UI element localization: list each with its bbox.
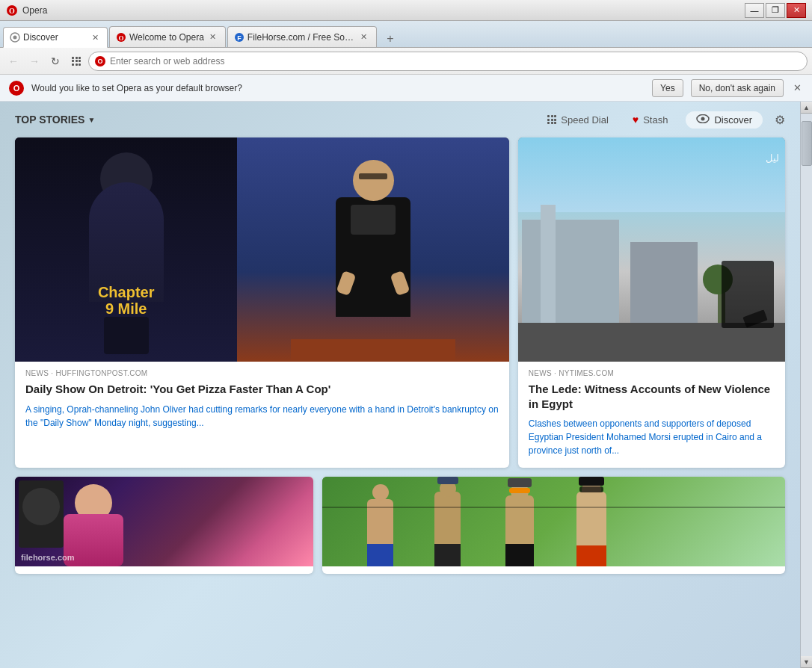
window-controls: — ❐ ✕ <box>745 3 806 18</box>
speed-dial-nav-item[interactable]: Speed Dial <box>541 111 615 129</box>
notification-text: Would you like to set Opera as your defa… <box>31 83 645 93</box>
top-stories-dropdown-icon: ▼ <box>87 116 95 124</box>
svg-text:O: O <box>118 34 123 42</box>
scroll-up-button[interactable]: ▲ <box>801 102 813 114</box>
host-silhouette <box>237 137 508 362</box>
tab-bar: Discover ✕ O Welcome to Opera ✕ F FileHo… <box>0 21 812 48</box>
title-bar: O Opera — ❐ ✕ <box>0 0 812 21</box>
notification-close-button[interactable]: ✕ <box>791 82 803 94</box>
yes-button[interactable]: Yes <box>652 79 683 97</box>
tab-welcome-close[interactable]: ✕ <box>207 31 219 43</box>
page-area: TOP STORIES ▼ Speed Dial ♥ Stash <box>0 102 800 668</box>
tab-welcome-label: Welcome to Opera <box>129 32 204 43</box>
card-egypt-image: ليل <box>518 137 785 362</box>
opera-logo-icon: O <box>6 4 18 16</box>
card-egypt-body: NEWS · NYTIMES.COM The Lede: Witness Acc… <box>518 362 785 468</box>
window-title: Opera <box>22 5 745 16</box>
card-egypt[interactable]: ليل NEWS · NYTIMES.COM The Lede: Witness… <box>518 137 785 468</box>
top-stories-button[interactable]: TOP STORIES ▼ <box>15 114 95 126</box>
scroll-down-button[interactable]: ▼ <box>801 656 813 668</box>
discover-nav: TOP STORIES ▼ Speed Dial ♥ Stash <box>0 102 800 137</box>
tab-discover-close[interactable]: ✕ <box>89 31 101 43</box>
welcome-tab-icon: O <box>116 32 126 43</box>
svg-point-9 <box>701 117 705 120</box>
speed-dial-nav-label: Speed Dial <box>561 114 609 126</box>
stash-nav-item[interactable]: ♥ Stash <box>627 111 674 129</box>
card-daily-show-image: Chapter9 Mile <box>15 137 509 362</box>
back-button[interactable]: ← <box>4 52 22 70</box>
opera-notification-icon: O <box>9 81 24 96</box>
card-daily-show-body: NEWS · HUFFINGTONPOST.COM Daily Show On … <box>15 362 509 440</box>
cards-grid: Chapter9 Mile <box>0 137 800 589</box>
notification-bar: O Would you like to set Opera as your de… <box>0 75 812 102</box>
collage-left-panel: Chapter9 Mile <box>15 137 237 362</box>
collage-right-panel <box>237 137 508 362</box>
card-group[interactable] <box>322 477 785 574</box>
svg-point-3 <box>13 36 17 40</box>
speed-dial-grid-icon[interactable] <box>67 52 85 70</box>
reload-button[interactable]: ↻ <box>46 52 64 70</box>
scroll-track[interactable] <box>801 114 812 656</box>
arabic-text: ليل <box>766 152 779 164</box>
card-egypt-title: The Lede: Witness Accounts of New Violen… <box>529 382 775 411</box>
stash-nav-label: Stash <box>643 114 668 126</box>
maximize-button[interactable]: ❐ <box>766 3 785 18</box>
top-cards-row: Chapter9 Mile <box>15 137 785 468</box>
card-daily-show[interactable]: Chapter9 Mile <box>15 137 509 468</box>
stash-heart-icon: ♥ <box>633 114 639 126</box>
card-daily-show-title: Daily Show On Detroit: 'You Get Pizza Fa… <box>25 382 499 397</box>
discover-nav-items: Speed Dial ♥ Stash Discover <box>541 111 763 129</box>
card-singer-image: filehorse.com <box>15 477 313 566</box>
card-daily-show-source: NEWS · HUFFINGTONPOST.COM <box>25 369 499 377</box>
bottom-cards-row: filehorse.com <box>15 477 785 574</box>
discover-nav-item[interactable]: Discover <box>686 111 763 129</box>
minimize-button[interactable]: — <box>745 3 764 18</box>
speed-dial-nav-icon <box>547 115 556 124</box>
close-button[interactable]: ✕ <box>787 3 806 18</box>
discover-tab-icon <box>10 32 20 43</box>
main-content: TOP STORIES ▼ Speed Dial ♥ Stash <box>0 102 812 668</box>
discover-nav-label: Discover <box>714 114 752 126</box>
collage-container: Chapter9 Mile <box>15 137 509 362</box>
scrollbar[interactable]: ▲ ▼ <box>800 102 812 668</box>
discover-eye-icon <box>696 114 710 126</box>
tab-filehorse[interactable]: F FileHorse.com / Free Softw... ✕ <box>227 26 377 47</box>
address-input-wrap[interactable]: O <box>88 52 808 71</box>
card-egypt-source: NEWS · NYTIMES.COM <box>529 369 775 377</box>
tab-welcome[interactable]: O Welcome to Opera ✕ <box>109 26 226 47</box>
filehorse-tab-icon: F <box>234 32 244 43</box>
chapter-text: Chapter9 Mile <box>98 284 155 317</box>
tab-filehorse-label: FileHorse.com / Free Softw... <box>247 32 355 43</box>
address-input[interactable] <box>110 56 799 67</box>
tab-discover-label: Discover <box>23 32 86 43</box>
card-group-image <box>322 477 785 566</box>
card-singer[interactable]: filehorse.com <box>15 477 313 574</box>
card-daily-show-excerpt: A singing, Oprah-channeling John Oliver … <box>25 403 499 430</box>
no-dont-ask-button[interactable]: No, don't ask again <box>691 79 784 97</box>
svg-text:F: F <box>237 34 242 42</box>
address-bar: ← → ↻ O <box>0 48 812 75</box>
forward-button[interactable]: → <box>25 52 43 70</box>
settings-gear-icon[interactable]: ⚙ <box>775 113 785 127</box>
tab-discover[interactable]: Discover ✕ <box>3 27 108 48</box>
egypt-scene: ليل <box>518 137 785 362</box>
new-tab-button[interactable]: + <box>380 31 401 47</box>
svg-text:O: O <box>9 7 15 15</box>
scroll-thumb[interactable] <box>802 121 812 166</box>
top-stories-label: TOP STORIES <box>15 114 84 126</box>
group-scene <box>322 477 785 566</box>
card-egypt-excerpt: Clashes between opponents and supporters… <box>529 417 775 457</box>
opera-address-icon: O <box>95 56 105 67</box>
watermark-text: filehorse.com <box>21 553 75 562</box>
tab-filehorse-close[interactable]: ✕ <box>358 31 370 43</box>
